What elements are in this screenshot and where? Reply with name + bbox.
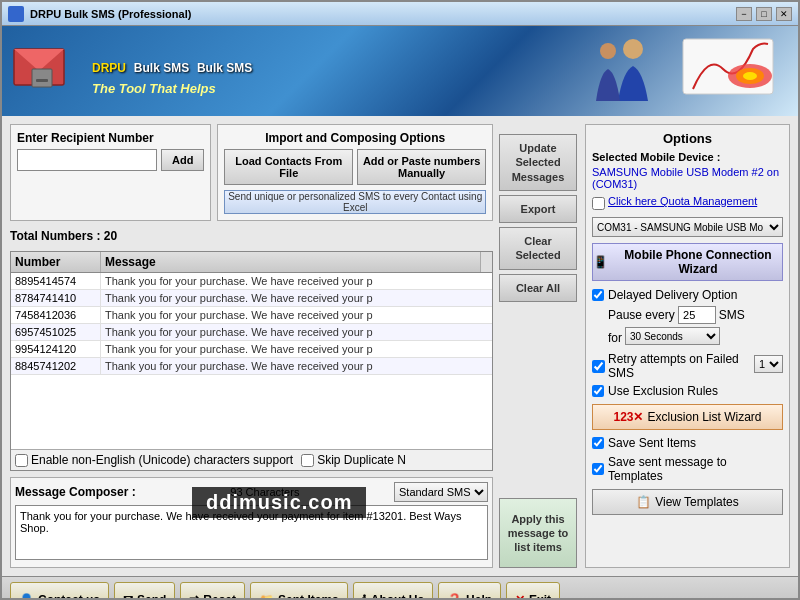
cell-number: 7458412036 [11,307,101,323]
message-list-header: Number Message [11,252,492,273]
unicode-checkbox-label[interactable]: Enable non-English (Unicode) characters … [15,453,293,467]
right-panel: Options Selected Mobile Device : SAMSUNG… [585,124,790,568]
col-number-header: Number [11,252,101,272]
reset-button[interactable]: ⇄ Reset [180,582,245,601]
envelope-icon [12,41,82,101]
recipient-input[interactable] [17,149,157,171]
table-row[interactable]: 8845741202 Thank you for your purchase. … [11,358,492,375]
exclusion-rules-label[interactable]: Use Exclusion Rules [592,384,783,398]
person-icon [578,31,658,114]
contact-us-button[interactable]: 👤 Contact us [10,582,109,601]
retry-row: Retry attempts on Failed SMS 123 [592,352,783,380]
col-message-header: Message [101,252,480,272]
save-templates-checkbox[interactable] [592,463,604,475]
help-button[interactable]: ❓ Help [438,582,501,601]
maximize-button[interactable]: □ [756,7,772,21]
cell-message: Thank you for your purchase. We have rec… [101,307,492,323]
message-list: Number Message 8895414574 Thank you for … [10,251,493,471]
window-controls: − □ ✕ [736,7,792,21]
table-row[interactable]: 6957451025 Thank you for your purchase. … [11,324,492,341]
template-icon: 📋 [636,495,651,509]
send-button[interactable]: ✉ Send [114,582,175,601]
retry-select[interactable]: 123 [754,355,783,373]
close-button[interactable]: ✕ [776,7,792,21]
middle-buttons: Update Selected Messages Export Clear Se… [499,124,579,568]
cell-message: Thank you for your purchase. We have rec… [101,290,492,306]
import-section: Import and Composing Options Load Contac… [217,124,493,221]
table-row[interactable]: 7458412036 Thank you for your purchase. … [11,307,492,324]
recipient-title: Enter Recipient Number [17,131,154,145]
save-sent-checkbox[interactable] [592,437,604,449]
cell-number: 9954124120 [11,341,101,357]
clear-selected-button[interactable]: Clear Selected [499,227,577,270]
unicode-checkbox[interactable] [15,454,28,467]
exclusion-rules-checkbox[interactable] [592,385,604,397]
main-area: Enter Recipient Number Add Import and Co… [2,116,798,576]
add-button[interactable]: Add [161,149,204,171]
logo-text: DRPU Bulk SMS Bulk SMS [92,47,252,79]
save-templates-label[interactable]: Save sent message to Templates [592,455,783,483]
svg-rect-4 [32,69,52,87]
cell-number: 8895414574 [11,273,101,289]
export-button[interactable]: Export [499,195,577,223]
svg-point-7 [600,43,616,59]
com-select[interactable]: COM31 - SAMSUNG Mobile USB Mo [592,217,783,237]
delayed-delivery-label[interactable]: Delayed Delivery Option [592,288,783,302]
top-row: Enter Recipient Number Add Import and Co… [10,124,493,221]
exit-button[interactable]: ✕ Exit [506,582,560,601]
view-templates-button[interactable]: 📋View Templates [592,489,783,515]
svg-rect-5 [36,79,48,82]
apply-message-button[interactable]: Apply this message to list items [499,498,577,568]
svg-point-6 [623,39,643,59]
quota-checkbox[interactable] [592,197,605,210]
bulk-sms-full: Bulk SMS [197,61,252,75]
cell-message: Thank you for your purchase. We have rec… [101,341,492,357]
quota-row: Click here Quota Management [592,195,783,211]
retry-checkbox[interactable] [592,360,605,373]
sms-type-select[interactable]: Standard SMSFlash SMSUnicode SMS [394,482,488,502]
pause-row: Pause every SMS [608,306,783,324]
scrollbar-placeholder [480,252,492,272]
total-numbers: Total Numbers : 20 [10,227,493,245]
chart-icon [678,34,778,107]
exclusion-wizard-button[interactable]: 123✕ Exclusion List Wizard [592,404,783,430]
quota-link[interactable]: Click here Quota Management [608,195,757,207]
pause-every-input[interactable] [678,306,716,324]
skip-dup-checkbox[interactable] [301,454,314,467]
recipient-row: Add [17,149,204,171]
phone-icon: 📱 [593,255,608,269]
help-icon: ❓ [447,593,462,601]
logo-area: DRPU Bulk SMS Bulk SMS The Tool That Hel… [92,47,252,96]
save-sent-label[interactable]: Save Sent Items [592,436,783,450]
table-row[interactable]: 8895414574 Thank you for your purchase. … [11,273,492,290]
footer-toolbar: 👤 Contact us ✉ Send ⇄ Reset 📁 Sent Items… [2,576,798,600]
app-icon [8,6,24,22]
title-bar: DRPU Bulk SMS (Professional) − □ ✕ [2,2,798,26]
about-us-button[interactable]: ℹ About Us [353,582,433,601]
table-row[interactable]: 8784741410 Thank you for your purchase. … [11,290,492,307]
import-title: Import and Composing Options [224,131,486,145]
import-buttons: Load Contacts From File Add or Paste num… [224,149,486,185]
skip-dup-checkbox-label[interactable]: Skip Duplicate N [301,453,406,467]
clear-all-button[interactable]: Clear All [499,274,577,302]
device-name: SAMSUNG Mobile USB Modem #2 on (COM31) [592,166,783,190]
load-contacts-button[interactable]: Load Contacts From File [224,149,353,185]
connection-wizard-button[interactable]: 📱Mobile Phone Connection Wizard [592,243,783,281]
excl-icon: 123✕ [613,410,643,424]
delayed-delivery-checkbox[interactable] [592,289,604,301]
checkbox-row: Enable non-English (Unicode) characters … [11,449,492,470]
minimize-button[interactable]: − [736,7,752,21]
info-icon: ℹ [362,593,367,601]
bulk-sms-text: Bulk SMS [134,61,189,75]
sent-items-button[interactable]: 📁 Sent Items [250,582,348,601]
update-selected-button[interactable]: Update Selected Messages [499,134,577,191]
message-list-body[interactable]: 8895414574 Thank you for your purchase. … [11,273,492,449]
pause-for-select[interactable]: 30 Seconds 1 Minute 2 Minutes 5 Minutes [625,327,720,345]
excel-button[interactable]: Send unique or personalized SMS to every… [224,190,486,214]
tagline: The Tool That Helps [92,81,216,96]
watermark: ddimusic.com [192,487,366,518]
table-row[interactable]: 9954124120 Thank you for your purchase. … [11,341,492,358]
cell-number: 6957451025 [11,324,101,340]
send-icon: ✉ [123,593,133,601]
paste-numbers-button[interactable]: Add or Paste numbers Manually [357,149,486,185]
